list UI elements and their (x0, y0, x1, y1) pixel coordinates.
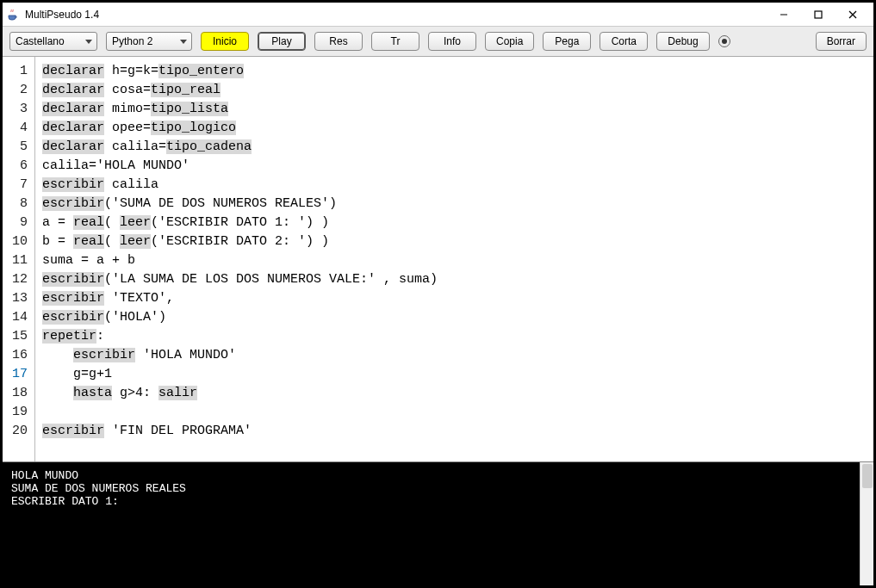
pega-button[interactable]: Pega (543, 32, 591, 51)
console-panel: HOLA MUNDO SUMA DE DOS NUMEROS REALES ES… (3, 461, 873, 585)
line-number: 19 (3, 403, 34, 422)
code-line[interactable]: declarar opee=tipo_logico (42, 119, 873, 138)
line-number: 11 (3, 251, 34, 270)
code-line[interactable]: declarar mimo=tipo_lista (42, 100, 873, 119)
debug-button[interactable]: Debug (656, 32, 709, 51)
code-line[interactable]: a = real( leer('ESCRIBIR DATO 1: ') ) (42, 214, 873, 232)
code-line[interactable]: escribir 'HOLA MUNDO' (42, 346, 873, 365)
line-number: 9 (3, 214, 34, 232)
line-number: 18 (3, 384, 34, 403)
line-number: 12 (3, 270, 34, 289)
code-content[interactable]: declarar h=g=k=tipo_enterodeclarar cosa=… (35, 57, 873, 461)
scrollbar-thumb[interactable] (862, 464, 873, 488)
line-number: 14 (3, 308, 34, 327)
line-number: 20 (3, 422, 34, 441)
maximize-button[interactable] (801, 3, 836, 27)
res-button[interactable]: Res (314, 32, 363, 51)
line-number: 16 (3, 346, 34, 365)
code-line[interactable]: hasta g>4: salir (42, 384, 873, 403)
play-button[interactable]: Play (258, 32, 306, 51)
line-number: 4 (3, 119, 34, 138)
code-line[interactable]: escribir('HOLA') (42, 308, 873, 327)
borrar-button[interactable]: Borrar (816, 32, 867, 51)
code-line[interactable]: escribir calila (42, 176, 873, 195)
code-line[interactable]: declarar cosa=tipo_real (42, 81, 873, 100)
language-select[interactable]: Castellano (9, 32, 97, 51)
code-line[interactable]: suma = a + b (42, 251, 873, 270)
toolbar: Castellano Python 2 Inicio Play Res Tr I… (3, 27, 873, 57)
code-line[interactable]: repetir: (42, 327, 873, 346)
python-version-select[interactable]: Python 2 (106, 32, 192, 51)
code-line[interactable]: declarar calila=tipo_cadena (42, 138, 873, 157)
line-number: 8 (3, 195, 34, 214)
copia-button[interactable]: Copia (485, 32, 534, 51)
line-number: 2 (3, 81, 34, 100)
line-number-gutter: 1234567891011121314151617181920 (3, 57, 35, 461)
app-window: MultiPseudo 1.4 Castellano Python 2 Inic… (0, 0, 876, 588)
code-line[interactable]: escribir 'FIN DEL PROGRAMA' (42, 422, 873, 441)
code-line[interactable]: b = real( leer('ESCRIBIR DATO 2: ') ) (42, 232, 873, 251)
titlebar: MultiPseudo 1.4 (3, 3, 873, 27)
close-button[interactable] (836, 3, 870, 27)
java-cup-icon (6, 8, 20, 22)
info-button[interactable]: Info (428, 32, 476, 51)
line-number: 15 (3, 327, 34, 346)
window-title: MultiPseudo 1.4 (25, 9, 767, 21)
editor[interactable]: 1234567891011121314151617181920 declarar… (3, 57, 873, 461)
code-line[interactable]: calila='HOLA MUNDO' (42, 157, 873, 176)
code-line[interactable]: escribir 'TEXTO', (42, 289, 873, 308)
line-number: 17 (3, 365, 34, 384)
code-line[interactable]: g=g+1 (42, 365, 873, 384)
code-line[interactable]: escribir('LA SUMA DE LOS DOS NUMEROS VAL… (42, 270, 873, 289)
line-number: 3 (3, 100, 34, 119)
line-number: 10 (3, 232, 34, 251)
code-line[interactable]: escribir('SUMA DE DOS NUMEROS REALES') (42, 195, 873, 214)
line-number: 13 (3, 289, 34, 308)
tr-button[interactable]: Tr (371, 32, 419, 51)
debug-radio[interactable] (718, 35, 730, 47)
line-number: 5 (3, 138, 34, 157)
line-number: 7 (3, 176, 34, 195)
svg-rect-1 (815, 11, 822, 18)
corta-button[interactable]: Corta (600, 32, 648, 51)
line-number: 1 (3, 62, 34, 81)
console-output[interactable]: HOLA MUNDO SUMA DE DOS NUMEROS REALES ES… (3, 462, 860, 585)
code-line[interactable]: declarar h=g=k=tipo_entero (42, 62, 873, 81)
code-line[interactable] (42, 403, 873, 422)
minimize-button[interactable] (767, 3, 801, 27)
line-number: 6 (3, 157, 34, 176)
inicio-button[interactable]: Inicio (201, 32, 249, 51)
console-scrollbar[interactable] (860, 462, 873, 585)
